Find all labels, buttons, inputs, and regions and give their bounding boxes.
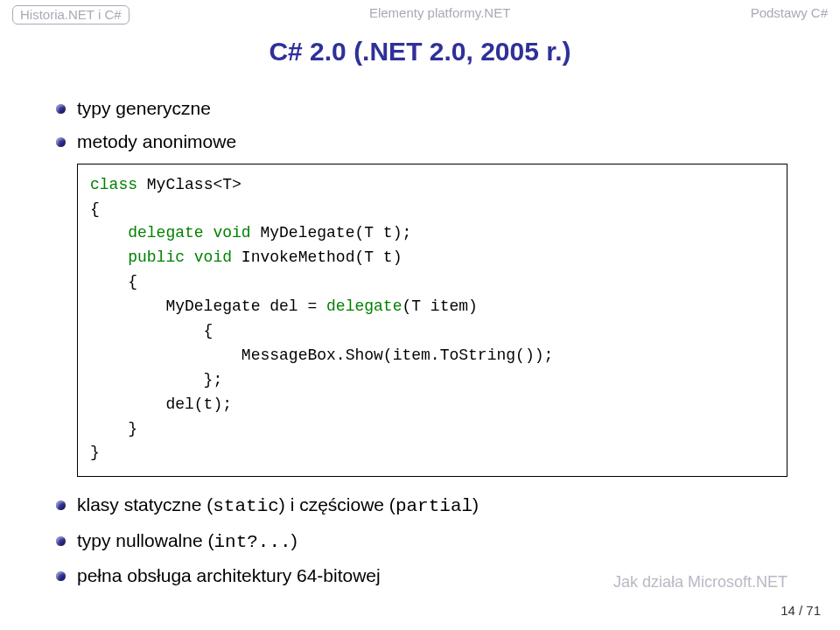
code-text: MyDelegate(T t); <box>251 224 412 242</box>
code-text: { <box>90 200 100 218</box>
code-text: (T item) <box>402 298 477 315</box>
text: ) <box>291 530 298 550</box>
code-inline: static <box>213 496 279 516</box>
code-text: }; <box>90 371 222 388</box>
code-text: } <box>90 444 100 461</box>
code-kw: class <box>90 176 137 193</box>
nav-left[interactable]: Historia.NET i C# <box>12 5 130 24</box>
text: typy nullowalne ( <box>77 530 214 550</box>
code-text: } <box>90 420 137 438</box>
bullet-typy-generyczne: typy generyczne <box>52 96 788 121</box>
text: klasy statyczne ( <box>77 494 213 514</box>
nav-header: Historia.NET i C# Elementy platformy.NET… <box>0 0 840 28</box>
code-block: class MyClass<T> { delegate void MyDeleg… <box>77 164 788 478</box>
code-text: MyClass<T> <box>137 176 242 193</box>
code-inline: int?... <box>214 532 290 552</box>
nav-item-podstawy[interactable]: Podstawy C# <box>751 5 828 20</box>
footer-brand: Jak działa Microsoft.NET <box>613 573 788 592</box>
page-number: 14 / 71 <box>780 603 821 618</box>
bullet-metody-anonimowe: metody anonimowe <box>52 130 788 154</box>
code-text: MessageBox.Show(item.ToString()); <box>90 346 553 364</box>
code-text: { <box>90 322 213 340</box>
code-kw: public void <box>90 248 232 266</box>
text: ) i częściowe ( <box>279 494 396 514</box>
code-text: { <box>90 273 137 290</box>
code-text: del(t); <box>90 396 232 413</box>
code-text: MyDelegate del = <box>90 298 326 315</box>
bullet-typy-nullowalne: typy nullowalne (int?...) <box>52 528 788 555</box>
slide-title: C# 2.0 (.NET 2.0, 2005 r.) <box>52 37 788 66</box>
code-inline: partial <box>396 496 472 516</box>
code-text: InvokeMethod(T t) <box>232 248 402 266</box>
bullet-list: typy generyczne metody anonimowe <box>52 96 788 155</box>
text: ) <box>472 494 479 514</box>
slide-body: C# 2.0 (.NET 2.0, 2005 r.) typy generycz… <box>0 28 840 588</box>
nav-item-elementy[interactable]: Elementy platformy.NET <box>369 5 510 20</box>
code-kw: delegate <box>326 298 402 315</box>
bullet-klasy-statyczne: klasy statyczne (static) i częściowe (pa… <box>52 493 788 519</box>
nav-item-historia[interactable]: Historia.NET i C# <box>12 5 130 24</box>
code-kw: delegate void <box>90 224 251 242</box>
